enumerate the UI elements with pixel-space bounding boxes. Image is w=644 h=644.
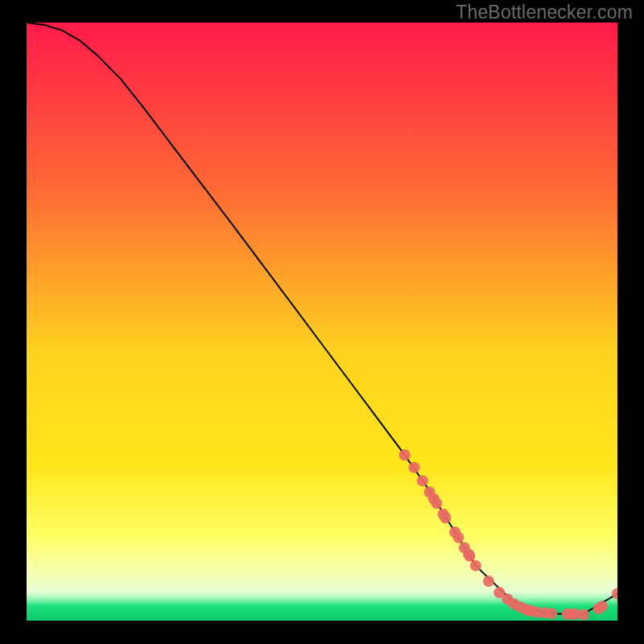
data-marker [417,475,428,486]
data-marker [470,560,481,572]
data-marker [578,609,589,621]
data-marker [464,551,476,562]
data-marker [431,497,442,509]
data-marker [453,532,464,543]
chart-frame: TheBottlenecker.com [0,0,644,644]
gradient-background [27,23,617,621]
data-marker [399,449,411,460]
watermark-text: TheBottlenecker.com [456,2,633,23]
plot-area [27,23,617,621]
chart-svg [27,23,617,621]
data-marker [440,512,451,523]
data-marker [483,576,494,587]
data-marker [547,608,558,619]
data-marker [597,601,608,612]
data-marker [409,462,420,473]
